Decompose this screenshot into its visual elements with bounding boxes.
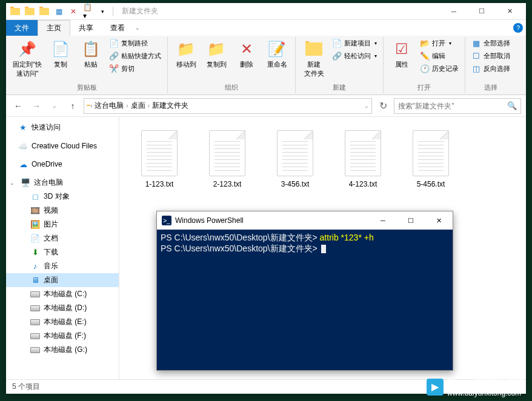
close-button[interactable]: ✕ [496,3,524,20]
selectall-icon: ▦ [471,38,481,48]
address-box[interactable]: › 这台电脑 › 桌面 › 新建文件夹 ⌄ [84,98,372,114]
file-item[interactable]: 2-123.txt [193,125,261,193]
item-count: 5 个项目 [12,382,40,392]
watermark-text: 白云一键重装系统 [447,377,525,387]
disk-icon [30,345,40,355]
tab-share[interactable]: 共享 [70,20,102,36]
ps-maximize-button[interactable]: ☐ [397,211,425,230]
copyto-button[interactable]: 📁复制到 [202,37,231,71]
ribbon-group-new: 新建 文件夹 📄新建项目▾ 🔗轻松访问▾ 新建 [296,37,384,93]
maximize-button[interactable]: ☐ [468,3,496,20]
moveto-button[interactable]: 📁移动到 [171,37,201,71]
rename-button[interactable]: 📝重命名 [262,37,291,71]
newfolder-button[interactable]: 新建 文件夹 [299,37,328,81]
ps-minimize-button[interactable]: ─ [369,211,397,230]
selectnone-button[interactable]: ☐全部取消 [469,50,513,62]
window-title: 新建文件夹 [122,6,158,16]
history-button[interactable]: 🕐历史记录 [417,62,461,75]
minimize-button[interactable]: ─ [440,3,468,20]
search-icon[interactable]: 🔍 [507,101,517,110]
qat-dropdown[interactable]: ▾ [98,7,107,16]
disk-icon [30,303,40,313]
file-item[interactable]: 5-456.txt [397,125,465,193]
folder-icon-2[interactable] [25,7,35,16]
tree-thispc[interactable]: ⌄🖥️这台电脑 [6,176,119,190]
invertselect-icon: ◫ [471,64,481,73]
tab-home[interactable]: 主页 [38,20,70,36]
refresh-button[interactable]: ↻ [376,99,390,113]
navigation-pane[interactable]: ★快速访问 ☁️Creative Cloud Files ☁OneDrive ⌄… [6,117,119,379]
tree-disk-d[interactable]: 本地磁盘 (D:) [6,301,119,315]
tree-desktop[interactable]: 🖥桌面 [6,273,119,287]
select-all-qat[interactable]: ▦ [54,7,64,16]
tab-file[interactable]: 文件 [6,20,38,36]
properties-icon: ☑ [392,39,411,59]
pin-button[interactable]: 📌固定到"快 速访问" [10,37,45,81]
cut-button[interactable]: ✂️剪切 [107,62,164,75]
paste-icon: 📋 [81,39,101,59]
tree-pictures[interactable]: 🖼️图片 [6,217,119,231]
breadcrumb-desktop[interactable]: 桌面 [131,101,145,111]
delete-button[interactable]: ✕删除 [232,37,261,71]
paste-button[interactable]: 📋粘贴 [76,37,105,71]
ps-titlebar[interactable]: >_ Windows PowerShell ─ ☐ ✕ [157,211,453,230]
downloads-icon: ⬇ [30,248,40,257]
tree-disk-f[interactable]: 本地磁盘 (F:) [6,329,119,343]
delete-qat[interactable]: ✕ [68,7,78,16]
organize-label: 组织 [171,82,291,93]
rename-icon: 📝 [267,39,287,59]
open-label: 打开 [387,82,461,93]
selectall-button[interactable]: ▦全部选择 [469,37,513,49]
easyaccess-button[interactable]: 🔗轻松访问▾ [330,50,379,62]
breadcrumb-folder[interactable]: 新建文件夹 [152,101,188,111]
selectnone-icon: ☐ [471,51,481,61]
file-item[interactable]: 4-123.txt [329,125,397,193]
tree-creativecloud[interactable]: ☁️Creative Cloud Files [6,139,119,153]
invertselect-button[interactable]: ◫反向选择 [469,62,513,75]
watermark-url: www.baiyunxitong.com [447,389,525,397]
help-button[interactable]: ? [510,20,526,36]
tree-3dobjects[interactable]: ◻3D 对象 [6,190,119,204]
cc-icon: ☁️ [18,141,28,151]
breadcrumb-thispc[interactable]: 这台电脑 [95,101,124,111]
edit-button[interactable]: ✏️编辑 [417,50,461,62]
ps-close-button[interactable]: ✕ [425,211,453,230]
copy-icon: 📄 [51,39,70,59]
search-input[interactable] [398,102,507,110]
properties-button[interactable]: ☑属性 [387,37,416,71]
tree-disk-e[interactable]: 本地磁盘 (E:) [6,315,119,329]
pasteshortcut-button[interactable]: 🔗粘贴快捷方式 [107,50,164,62]
forward-button[interactable]: → [29,99,44,113]
tab-view[interactable]: 查看 [102,20,133,36]
moveto-icon: 📁 [176,39,196,59]
recent-dropdown[interactable]: ⌄ [47,99,62,113]
history-icon: 🕐 [420,64,430,73]
new-folder-qat[interactable] [39,7,49,16]
copy-button[interactable]: 📄复制 [46,37,75,71]
tree-disk-g[interactable]: 本地磁盘 (G:) [6,343,119,357]
addr-dropdown[interactable]: ⌄ [364,103,369,109]
tree-disk-c[interactable]: 本地磁盘 (C:) [6,287,119,301]
file-item[interactable]: 3-456.txt [261,125,329,193]
back-button[interactable]: ← [11,99,25,113]
copypath-button[interactable]: 📄复制路径 [107,37,164,49]
tree-videos[interactable]: 🎞️视频 [6,204,119,217]
tree-documents[interactable]: 📄文档 [6,231,119,245]
open-button[interactable]: 📂打开▾ [417,37,461,49]
tree-music[interactable]: ♪音乐 [6,259,119,273]
tree-onedrive[interactable]: ☁OneDrive [6,157,119,171]
tree-downloads[interactable]: ⬇下载 [6,245,119,259]
ribbon: 📌固定到"快 速访问" 📄复制 📋粘贴 📄复制路径 🔗粘贴快捷方式 ✂️剪切 剪… [6,36,526,95]
newitem-button[interactable]: 📄新建项目▾ [330,37,379,49]
text-file-icon [345,130,381,176]
search-box[interactable]: 🔍 [394,98,521,114]
desktop-icon: 🖥 [30,276,40,285]
ps-terminal[interactable]: PS C:\Users\nwx50\Desktop\新建文件夹> attrib … [157,230,453,370]
shortcut-icon: 🔗 [109,51,119,61]
ribbon-minimize[interactable]: ⌄ [133,20,142,36]
pc-icon: 🖥️ [21,178,30,188]
paste-qat[interactable]: 📋▾ [83,7,93,16]
file-item[interactable]: 1-123.txt [125,125,193,193]
tree-quickaccess[interactable]: ★快速访问 [6,121,119,134]
up-button[interactable]: ↑ [65,99,80,113]
